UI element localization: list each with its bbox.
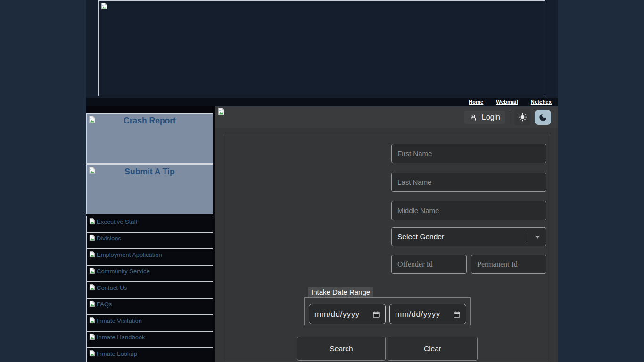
dark-mode-button[interactable] — [535, 110, 551, 125]
sidebar-item-label: FAQs — [97, 300, 112, 308]
broken-image-icon — [89, 317, 96, 324]
sidebar-item-label: Community Service — [97, 267, 150, 275]
broken-image-icon — [89, 300, 96, 307]
broken-image-icon — [88, 166, 96, 174]
person-icon — [469, 113, 478, 122]
search-panel — [223, 134, 550, 362]
broken-image-icon — [89, 251, 96, 258]
intake-date-end-input[interactable]: mm/dd/yyyy — [389, 304, 466, 324]
broken-image-icon — [217, 107, 225, 115]
gender-selected-value: Select Gender — [397, 232, 444, 241]
first-name-input[interactable] — [391, 144, 546, 163]
sidebar-item-inmate-handbook[interactable]: Inmate Handbook — [86, 331, 213, 348]
sidebar-item-label: Inmate Visitation — [97, 317, 142, 324]
light-mode-button[interactable] — [514, 109, 530, 125]
broken-image-icon — [88, 115, 96, 123]
moon-icon — [538, 113, 548, 122]
offender-id-input[interactable] — [391, 255, 467, 274]
intake-date-start-input[interactable]: mm/dd/yyyy — [309, 304, 386, 324]
middle-name-input[interactable] — [391, 201, 546, 220]
page: Home Webmail Netchex Crash Report Submit… — [0, 0, 644, 362]
calendar-icon[interactable] — [453, 311, 461, 318]
select-divider — [527, 231, 527, 243]
link-netchex[interactable]: Netchex — [531, 99, 552, 105]
sidebar-item-label: Divisions — [97, 234, 121, 242]
sidebar-item-label: Employment Application — [97, 251, 162, 258]
intake-date-range-label: Intake Date Range — [308, 287, 373, 297]
link-home[interactable]: Home — [469, 99, 483, 105]
tile-label: Crash Report — [87, 116, 213, 126]
sidebar-item-label: Inmate Handbook — [97, 333, 145, 341]
hero-section — [86, 0, 558, 98]
sidebar-item-inmate-visitation[interactable]: Inmate Visitation — [86, 315, 213, 331]
sidebar-item-label: Contact Us — [97, 284, 127, 291]
broken-image-icon — [89, 234, 96, 241]
app-header: Login — [215, 106, 558, 128]
sidebar-tile-crash-report[interactable]: Crash Report — [86, 113, 213, 164]
sidebar-item-contact-us[interactable]: Contact Us — [86, 282, 213, 298]
search-button[interactable]: Search — [297, 337, 386, 361]
broken-image-icon — [100, 2, 108, 10]
broken-image-icon — [89, 333, 96, 340]
sun-icon — [518, 112, 528, 122]
broken-image-icon — [89, 218, 96, 225]
hero-banner-frame — [98, 0, 545, 96]
date-value: mm/dd/yyyy — [314, 310, 360, 319]
tile-label: Submit A Tip — [87, 167, 213, 177]
last-name-input[interactable] — [391, 173, 546, 192]
sidebar-item-divisions[interactable]: Divisions — [86, 232, 213, 249]
broken-image-icon — [89, 284, 96, 291]
permanent-id-input[interactable] — [471, 255, 546, 274]
gender-select[interactable]: Select Gender — [391, 227, 546, 246]
sidebar-item-community-service[interactable]: Community Service — [86, 265, 213, 282]
link-webmail[interactable]: Webmail — [496, 99, 518, 105]
sidebar-item-label: Executive Staff — [97, 218, 137, 225]
calendar-icon[interactable] — [372, 311, 380, 318]
broken-image-icon — [89, 350, 96, 357]
date-value: mm/dd/yyyy — [395, 310, 440, 319]
chevron-down-icon — [535, 236, 540, 239]
sidebar-item-label: Inmate Lookup — [97, 350, 137, 357]
login-button[interactable]: Login — [464, 111, 505, 124]
sidebar-item-inmate-lookup[interactable]: Inmate Lookup — [86, 348, 213, 362]
sidebar-item-employment-application[interactable]: Employment Application — [86, 249, 213, 265]
broken-image-icon — [89, 267, 96, 274]
login-label: Login — [482, 113, 500, 122]
clear-button[interactable]: Clear — [388, 337, 478, 361]
header-divider — [510, 110, 510, 124]
sidebar-tile-submit-a-tip[interactable]: Submit A Tip — [86, 164, 213, 214]
sidebar-item-faqs[interactable]: FAQs — [86, 298, 213, 315]
sidebar-item-executive-staff[interactable]: Executive Staff — [86, 216, 213, 232]
header-actions: Login — [464, 109, 551, 125]
utility-links-bar: Home Webmail Netchex — [86, 98, 558, 106]
